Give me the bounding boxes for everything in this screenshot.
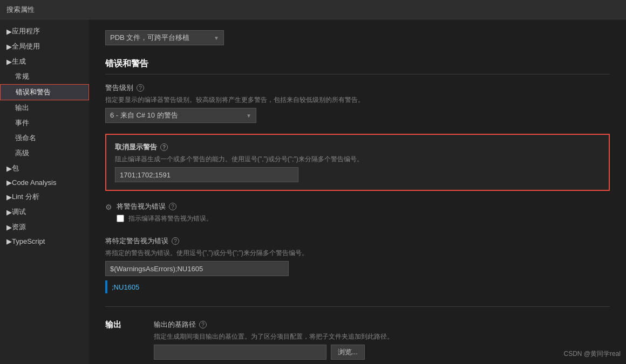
right-panel: PDB 文件，可跨平台移植 ▼ 错误和警告 警告级别 ? 指定要显示的编译器警告…: [89, 19, 626, 364]
treat-warnings-as-errors-group: ⚙ 将警告视为错误 ? 指示编译器将警告视为错误。: [105, 202, 610, 225]
watermark: CSDN @黄同学real: [563, 349, 621, 359]
treat-specific-resolved-value: ;NU1605: [112, 283, 139, 291]
suppress-warnings-label: 取消显示警告 ?: [115, 142, 600, 152]
arrow-icon: ▶: [6, 28, 12, 36]
suppress-warnings-desc: 阻止编译器生成一个或多个警告的能力。使用逗号(",")或分号(";")来分隔多个…: [115, 154, 600, 164]
arrow-icon: ▶: [6, 178, 12, 187]
sidebar-item-resources[interactable]: ▶ 资源: [0, 219, 89, 235]
sidebar-item-label: 全局使用: [12, 42, 40, 51]
top-bar-title: 搜索属性: [6, 5, 35, 15]
sidebar-item-codeanalysis[interactable]: ▶ Code Analysis: [0, 176, 89, 189]
sidebar-item-label: 事件: [15, 118, 29, 128]
suppress-warnings-box: 取消显示警告 ? 阻止编译器生成一个或多个警告的能力。使用逗号(",")或分号(…: [105, 134, 610, 191]
sidebar-item-errors[interactable]: 错误和警告: [0, 84, 89, 100]
errors-section-title: 错误和警告: [105, 58, 610, 74]
treat-warnings-checkbox-row: 指示编译器将警告视为错误。: [117, 214, 213, 223]
output-section: 输出 输出的基路径 ? 指定生成期间项目输出的基位置。为了区分项目配置，将把子文…: [105, 320, 610, 364]
arrow-icon: ▶: [6, 237, 12, 245]
treat-warnings-checkbox-label: 指示编译器将警告视为错误。: [128, 214, 213, 223]
treat-warnings-help-icon[interactable]: ?: [169, 203, 176, 210]
sidebar-item-events[interactable]: 事件: [0, 115, 89, 131]
suppress-warnings-help-icon[interactable]: ?: [160, 143, 168, 151]
warning-level-label: 警告级别 ?: [105, 83, 610, 93]
sidebar-item-global[interactable]: ▶ 全局使用: [0, 39, 89, 54]
sidebar-item-lint[interactable]: ▶ Lint 分析: [0, 189, 89, 204]
sidebar-item-label: Lint 分析: [12, 192, 39, 202]
sidebar-item-generate[interactable]: ▶ 生成: [0, 54, 89, 69]
sidebar-item-label: 生成: [12, 57, 26, 66]
output-section-title: 输出: [105, 320, 138, 334]
warning-level-dropdown[interactable]: 6 - 来自 C# 10 的警告 ▼: [105, 108, 256, 123]
treat-specific-resolved-row: ;NU1605: [105, 280, 610, 293]
warning-level-desc: 指定要显示的编译器警告级别。较高级别将产生更多警告，包括来自较低级别的所有警告。: [105, 95, 610, 105]
arrow-icon: ▶: [6, 43, 12, 51]
suppress-warnings-input[interactable]: [115, 167, 298, 182]
arrow-icon: ▶: [6, 164, 12, 173]
sidebar: ▶ 应用程序 ▶ 全局使用 ▶ 生成 常规 错误和警告 输出 事件 强命名 高: [0, 19, 89, 364]
output-base-path-label: 输出的基路径 ?: [154, 320, 610, 329]
main-content: ▶ 应用程序 ▶ 全局使用 ▶ 生成 常规 错误和警告 输出 事件 强命名 高: [0, 19, 626, 364]
sidebar-item-view[interactable]: 常规: [0, 69, 89, 84]
sidebar-item-package[interactable]: ▶ 包: [0, 161, 89, 176]
platform-dropdown-value: PDB 文件，可跨平台移植: [110, 33, 189, 43]
sidebar-item-label: 高级: [15, 148, 29, 158]
dropdown-caret-icon: ▼: [246, 113, 251, 119]
treat-specific-help-icon[interactable]: ?: [172, 237, 179, 245]
warning-level-group: 警告级别 ? 指定要显示的编译器警告级别。较高级别将产生更多警告，包括来自较低级…: [105, 83, 610, 123]
sidebar-item-debug[interactable]: ▶ 调试: [0, 204, 89, 219]
value-bar: [105, 280, 107, 293]
arrow-icon: ▶: [6, 223, 12, 231]
sidebar-item-label: 应用程序: [12, 26, 40, 36]
browse-button[interactable]: 浏览...: [331, 345, 365, 360]
gear-icon: ⚙: [105, 203, 112, 211]
sidebar-item-label: 调试: [12, 207, 26, 217]
treat-warnings-label: 将警告视为错误 ?: [117, 202, 213, 211]
sidebar-item-label: TypeScript: [12, 237, 45, 245]
arrow-icon: ▶: [6, 193, 12, 201]
sidebar-item-label: 强命名: [15, 133, 36, 143]
treat-warnings-checkbox[interactable]: [117, 215, 124, 222]
warning-level-help-icon[interactable]: ?: [137, 84, 144, 92]
sidebar-item-app[interactable]: ▶ 应用程序: [0, 24, 89, 39]
treat-specific-label: 将特定警告视为错误 ?: [105, 236, 610, 246]
sidebar-item-strongname[interactable]: 强命名: [0, 131, 89, 146]
browse-input-row: 浏览...: [154, 345, 610, 360]
output-base-path-help-icon[interactable]: ?: [199, 321, 207, 328]
sidebar-item-label: 常规: [15, 72, 29, 81]
warning-level-dropdown-value: 6 - 来自 C# 10 的警告: [110, 111, 178, 120]
dropdown-caret-icon: ▼: [214, 35, 219, 41]
sidebar-item-label: 输出: [15, 103, 29, 113]
sidebar-item-label: Code Analysis: [12, 178, 56, 187]
sidebar-item-output[interactable]: 输出: [0, 100, 89, 115]
treat-specific-input[interactable]: [105, 261, 289, 276]
output-base-path-desc: 指定生成期间项目输出的基位置。为了区分项目配置，将把子文件夹追加到此路径。: [154, 332, 610, 341]
platform-dropdown[interactable]: PDB 文件，可跨平台移植 ▼: [105, 30, 224, 45]
treat-specific-desc: 将指定的警告视为错误。使用逗号(",")或分号(";")来分隔多个警告编号。: [105, 248, 610, 258]
treat-specific-group: 将特定警告视为错误 ? 将指定的警告视为错误。使用逗号(",")或分号(";")…: [105, 236, 610, 293]
arrow-icon: ▶: [6, 208, 12, 216]
section-divider: [105, 306, 610, 307]
sidebar-item-advanced[interactable]: 高级: [0, 146, 89, 161]
arrow-icon: ▶: [6, 58, 12, 66]
sidebar-item-label: 包: [12, 163, 19, 173]
sidebar-item-label: 错误和警告: [16, 87, 51, 97]
top-dropdown-row: PDB 文件，可跨平台移植 ▼: [105, 30, 610, 45]
sidebar-item-typescript[interactable]: ▶ TypeScript: [0, 235, 89, 248]
top-bar: 搜索属性: [0, 0, 626, 19]
sidebar-item-label: 资源: [12, 222, 26, 232]
output-base-path-input[interactable]: [154, 345, 326, 360]
